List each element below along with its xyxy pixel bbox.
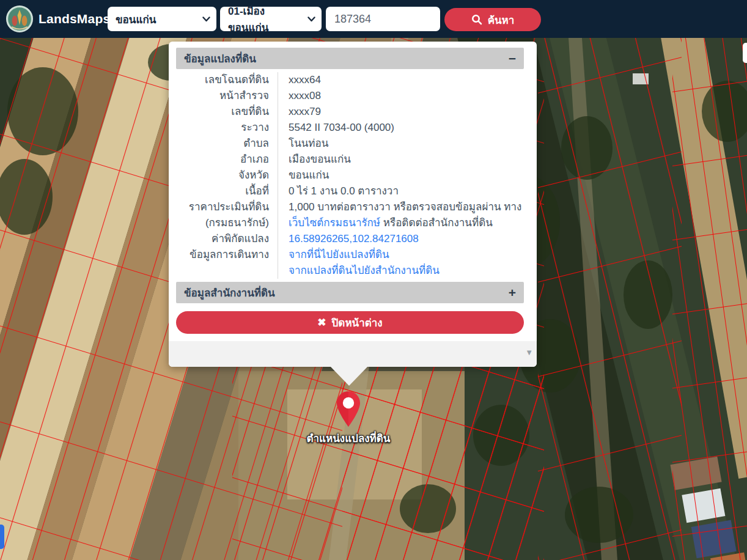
- row-label: ตำบล: [176, 136, 278, 152]
- table-row: ตำบล โนนท่อน: [176, 136, 524, 152]
- district-select[interactable]: 01-เมืองขอนแก่น: [220, 7, 322, 31]
- row-label: ระวาง: [176, 120, 278, 136]
- table-row: หน้าสำรวจ xxxx08: [176, 88, 524, 104]
- landsmaps-app: LandsMaps ขอนแก่น 01-เมืองขอนแก่น ค้นหา: [0, 0, 747, 560]
- close-window-button[interactable]: ✖ ปิดหน้าต่าง: [176, 311, 524, 334]
- province-select-value: ขอนแก่น: [116, 11, 156, 28]
- row-label: จังหวัด: [176, 168, 278, 183]
- coordinates-row: ค่าพิกัดแปลง 16.58926265,102.84271608: [176, 231, 524, 247]
- table-row: อำเภอ เมืองขอนแก่น: [176, 152, 524, 168]
- province-select[interactable]: ขอนแก่น: [108, 7, 216, 31]
- chevron-down-icon: [202, 17, 210, 22]
- section-parcel-info-header[interactable]: ข้อมูลแปลงที่ดิน −: [176, 48, 524, 69]
- close-icon: ✖: [317, 316, 326, 329]
- row-value: ขอนแก่น: [278, 168, 524, 183]
- popup-tail: [330, 366, 368, 386]
- table-row: ระวาง 5542 II 7034-00 (4000): [176, 120, 524, 136]
- price-row: ราคาประเมินที่ดิน (กรมธนารักษ์) 1,000 บา…: [176, 199, 524, 231]
- price-text: 1,000 บาทต่อตารางวา หรือตรวจสอบข้อมูลผ่า…: [289, 201, 521, 213]
- row-value: จากที่นี่ไปยังแปลงที่ดิน จากแปลงที่ดินไป…: [278, 247, 524, 279]
- map-zoom-control-partial[interactable]: [743, 43, 747, 63]
- search-button[interactable]: ค้นหา: [444, 8, 541, 31]
- popup-footer: ▼: [169, 341, 537, 367]
- table-row: เนื้อที่ 0 ไร่ 1 งาน 0.0 ตารางวา: [176, 183, 524, 199]
- row-value: 16.58926265,102.84271608: [278, 231, 524, 247]
- marker-label: ตำแหน่งแปลงที่ดิน: [281, 430, 416, 446]
- district-select-value: 01-เมืองขอนแก่น: [228, 2, 303, 35]
- department-of-lands-logo-icon: [6, 5, 34, 33]
- parcel-to-land-office-link[interactable]: จากแปลงที่ดินไปยังสำนักงานที่ดิน: [289, 263, 524, 279]
- treasury-website-link[interactable]: เว็บไซต์กรมธนารักษ์: [289, 217, 380, 229]
- table-row: จังหวัด ขอนแก่น: [176, 168, 524, 183]
- close-button-label: ปิดหน้าต่าง: [332, 314, 383, 331]
- row-label: เนื้อที่: [176, 183, 278, 199]
- row-value: เมืองขอนแก่น: [278, 152, 524, 168]
- section-land-office-title: ข้อมูลสำนักงานที่ดิน: [184, 284, 275, 301]
- section-parcel-info-title: ข้อมูลแปลงที่ดิน: [184, 50, 256, 67]
- section-land-office-header[interactable]: ข้อมูลสำนักงานที่ดิน +: [176, 282, 524, 303]
- app-title: LandsMaps: [39, 0, 110, 38]
- collapse-minus-icon[interactable]: −: [509, 52, 516, 65]
- directions-to-parcel-link[interactable]: จากที่นี่ไปยังแปลงที่ดิน: [289, 247, 524, 263]
- travel-row: ข้อมูลการเดินทาง จากที่นี่ไปยังแปลงที่ดิ…: [176, 247, 524, 279]
- row-value: xxxx79: [278, 104, 524, 120]
- row-value: xxxx08: [278, 88, 524, 104]
- map-side-control-partial[interactable]: [0, 525, 4, 549]
- price-text-after: หรือติดต่อสำนักงานที่ดิน: [380, 217, 493, 229]
- search-button-label: ค้นหา: [488, 12, 515, 28]
- row-label: ข้อมูลการเดินทาง: [176, 247, 278, 279]
- row-label: เลขโฉนดที่ดิน: [176, 72, 278, 88]
- app-header: LandsMaps ขอนแก่น 01-เมืองขอนแก่น ค้นหา: [0, 0, 747, 38]
- row-label: ราคาประเมินที่ดิน (กรมธนารักษ์): [176, 199, 278, 231]
- row-label: หน้าสำรวจ: [176, 88, 278, 104]
- chevron-down-icon: [307, 17, 315, 22]
- expand-plus-icon[interactable]: +: [509, 286, 516, 299]
- row-value: 5542 II 7034-00 (4000): [278, 120, 524, 136]
- row-value: 0 ไร่ 1 งาน 0.0 ตารางวา: [278, 183, 524, 199]
- parcel-number-input[interactable]: [326, 7, 440, 31]
- row-value: โนนท่อน: [278, 136, 524, 152]
- parcel-info-popup: ข้อมูลแปลงที่ดิน − เลขโฉนดที่ดิน xxxx64 …: [169, 42, 537, 367]
- row-value: xxxx64: [278, 72, 524, 88]
- table-row: เลขที่ดิน xxxx79: [176, 104, 524, 120]
- parcel-marker-icon[interactable]: [337, 391, 360, 427]
- parcel-detail-rows: เลขโฉนดที่ดิน xxxx64 หน้าสำรวจ xxxx08 เล…: [176, 69, 524, 282]
- scroll-down-icon[interactable]: ▼: [525, 348, 533, 356]
- search-icon: [471, 14, 482, 25]
- row-value: 1,000 บาทต่อตารางวา หรือตรวจสอบข้อมูลผ่า…: [278, 199, 524, 231]
- row-label: อำเภอ: [176, 152, 278, 168]
- row-label: ค่าพิกัดแปลง: [176, 231, 278, 247]
- row-label: เลขที่ดิน: [176, 104, 278, 120]
- table-row: เลขโฉนดที่ดิน xxxx64: [176, 72, 524, 88]
- parcel-info-card: ข้อมูลแปลงที่ดิน − เลขโฉนดที่ดิน xxxx64 …: [176, 48, 524, 334]
- coordinates-link[interactable]: 16.58926265,102.84271608: [289, 233, 419, 245]
